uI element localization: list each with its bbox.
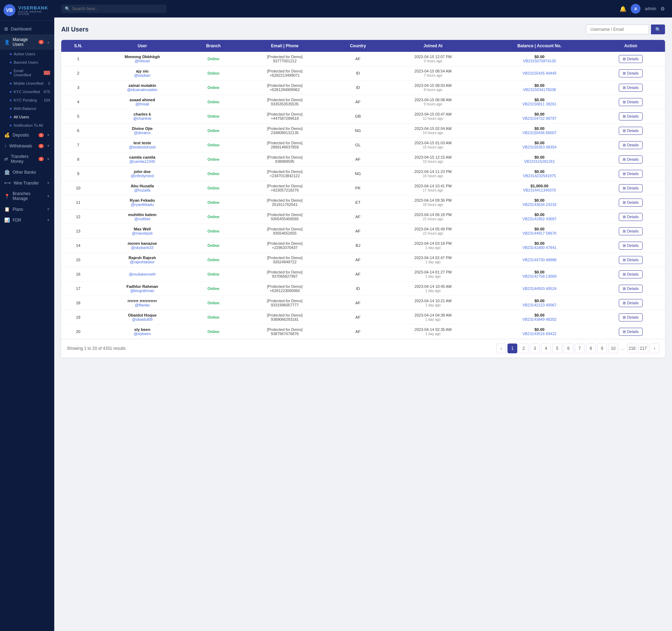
sidebar-item-wire-transfer[interactable]: ⟷ Wire Transfer ▼ (0, 178, 54, 188)
bell-icon[interactable]: 🔔 (620, 6, 626, 12)
balance: $0.00 (486, 213, 593, 217)
cell-action[interactable]: ⊞ Details (596, 124, 665, 138)
cell-action[interactable]: ⊞ Details (596, 109, 665, 124)
cell-action[interactable]: ⊞ Details (596, 282, 665, 296)
cell-action[interactable]: ⊞ Details (596, 52, 665, 66)
col-email-phone: Email | Phone (237, 40, 332, 52)
page-button-5[interactable]: 5 (552, 344, 562, 353)
search-input[interactable] (72, 6, 163, 11)
details-button[interactable]: ⊞ Details (619, 328, 643, 336)
email-unverified-badge: 237 (44, 71, 50, 75)
details-button[interactable]: ⊞ Details (619, 242, 643, 250)
cell-action[interactable]: ⊞ Details (596, 195, 665, 210)
cell-joined: 2023-04-15 03:47 AM 12 hours ago (384, 109, 482, 124)
cell-action[interactable]: ⊞ Details (596, 138, 665, 152)
logo-area: VB VISERBANK DIGITAL BANKING SYSTEM (0, 0, 54, 21)
cell-action[interactable]: ⊞ Details (596, 267, 665, 282)
branch-status: Online (208, 286, 219, 291)
cell-action[interactable]: ⊞ Details (596, 167, 665, 181)
sidebar-item-deposits[interactable]: 💰 Deposits 1 ▼ (0, 130, 54, 140)
cell-action[interactable]: ⊞ Details (596, 224, 665, 238)
page-button-2[interactable]: 2 (519, 344, 528, 353)
details-button[interactable]: ⊞ Details (619, 112, 643, 120)
search-bar[interactable]: 🔍 (61, 5, 166, 13)
sidebar-item-withdrawals[interactable]: ↑ Withdrawals 1 ▼ (0, 140, 54, 151)
fdr-icon: 📊 (4, 217, 10, 223)
page-button-10[interactable]: 10 (608, 344, 618, 353)
details-button[interactable]: ⊞ Details (619, 127, 643, 135)
cell-action[interactable]: ⊞ Details (596, 152, 665, 167)
sidebar-subitem-notification-all[interactable]: Notification To All (0, 121, 54, 130)
details-button[interactable]: ⊞ Details (619, 213, 643, 221)
cell-action[interactable]: ⊞ Details (596, 296, 665, 310)
sidebar-subitem-kyc-unverified[interactable]: KYC Unverified 675 (0, 88, 54, 96)
cell-action[interactable]: ⊞ Details (596, 238, 665, 253)
col-joined-at: Joined At (384, 40, 482, 52)
prev-page-button[interactable]: ‹ (496, 344, 506, 353)
cell-action[interactable]: ⊞ Details (596, 81, 665, 95)
settings-icon[interactable]: ⚙ (660, 6, 665, 12)
sidebar-item-money-transfers[interactable]: ⇄ Transfers Money 1 ▼ (0, 151, 54, 167)
table-row: 16 @muliakenneth Online [Protected for D… (61, 267, 665, 282)
details-button[interactable]: ⊞ Details (619, 155, 643, 164)
cell-email-phone: [Protected for Demo] +6281284909962 (237, 81, 332, 95)
sidebar-subitem-with-balance[interactable]: With Balance (0, 104, 54, 113)
next-page-button[interactable]: › (650, 344, 659, 353)
phone: 93524949722 (273, 260, 296, 264)
user-handle: @camila12345 (130, 159, 155, 164)
sidebar-item-fdr[interactable]: 📊 FDR ▼ (0, 215, 54, 226)
details-button[interactable]: ⊞ Details (619, 256, 643, 264)
cell-action[interactable]: ⊞ Details (596, 253, 665, 267)
page-button-1[interactable]: 1 (507, 344, 517, 353)
sidebar-item-other-banks[interactable]: 🏦 Other Banks (0, 167, 54, 178)
sidebar-subitem-kyc-pending[interactable]: KYC Pending 104 (0, 96, 54, 104)
user-handle: @skybank33 (131, 245, 154, 250)
sidebar-subitem-banned-users[interactable]: Banned Users (0, 58, 54, 67)
sidebar-subitem-active-users[interactable]: Active Users (0, 50, 54, 58)
joined-date: 2023-04-15 12:07 PM (414, 55, 451, 59)
page-button-216[interactable]: 216 (627, 344, 637, 353)
details-button[interactable]: ⊞ Details (619, 55, 643, 63)
cell-action[interactable]: ⊞ Details (596, 66, 665, 81)
page-button-7[interactable]: 7 (575, 344, 584, 353)
sidebar-item-manage-users[interactable]: 👤 Manage Users 1 ▲ (0, 34, 54, 50)
cell-action[interactable]: ⊞ Details (596, 325, 665, 339)
cell-joined: 2023-04-15 12:07 PM 3 hours ago (384, 52, 482, 66)
details-button[interactable]: ⊞ Details (619, 199, 643, 207)
sidebar-item-dashboard[interactable]: ⊞ Dashboard (0, 23, 54, 34)
details-button[interactable]: ⊞ Details (619, 98, 643, 106)
details-button[interactable]: ⊞ Details (619, 170, 643, 178)
cell-branch: Online (189, 238, 237, 253)
table-row: 17 Fadhlur Rahman @kingrahman Online [Pr… (61, 282, 665, 296)
sidebar-subitem-email-unverified[interactable]: Email Unverified 237 (0, 67, 54, 79)
search-button[interactable]: 🔍 (651, 25, 665, 34)
sidebar-subitem-mobile-unverified[interactable]: Mobile Unverified 2 (0, 79, 54, 88)
sidebar-item-plans[interactable]: 📋 Plans ▼ (0, 204, 54, 215)
page-button-6[interactable]: 6 (564, 344, 573, 353)
page-button-4[interactable]: 4 (541, 344, 551, 353)
details-button[interactable]: ⊞ Details (619, 69, 643, 77)
joined-date: 2023-04-14 06:18 PM (414, 213, 451, 217)
cell-email-phone: [Protected for Demo] +2347013842122 (237, 167, 332, 181)
page-button-3[interactable]: 3 (530, 344, 540, 353)
details-button[interactable]: ⊞ Details (619, 299, 643, 307)
sidebar-subitem-all-users[interactable]: All Users (0, 113, 54, 121)
details-button[interactable]: ⊞ Details (619, 227, 643, 235)
details-button[interactable]: ⊞ Details (619, 270, 643, 278)
username-email-input[interactable] (586, 25, 649, 34)
details-button[interactable]: ⊞ Details (619, 184, 643, 192)
page-button-8[interactable]: 8 (586, 344, 596, 353)
cell-action[interactable]: ⊞ Details (596, 310, 665, 325)
account-number: VB23142123 40067 (486, 303, 593, 307)
cell-action[interactable]: ⊞ Details (596, 181, 665, 195)
cell-user: asaad ahmed @thisali (95, 95, 190, 109)
page-button-9[interactable]: 9 (597, 344, 607, 353)
details-button[interactable]: ⊞ Details (619, 313, 643, 321)
sidebar-item-manage-branches[interactable]: 📍 Branches Manage ▼ (0, 188, 54, 204)
details-button[interactable]: ⊞ Details (619, 141, 643, 149)
details-button[interactable]: ⊞ Details (619, 84, 643, 92)
cell-action[interactable]: ⊞ Details (596, 210, 665, 224)
details-button[interactable]: ⊞ Details (619, 285, 643, 293)
page-button-217[interactable]: 217 (638, 344, 648, 353)
cell-action[interactable]: ⊞ Details (596, 95, 665, 109)
